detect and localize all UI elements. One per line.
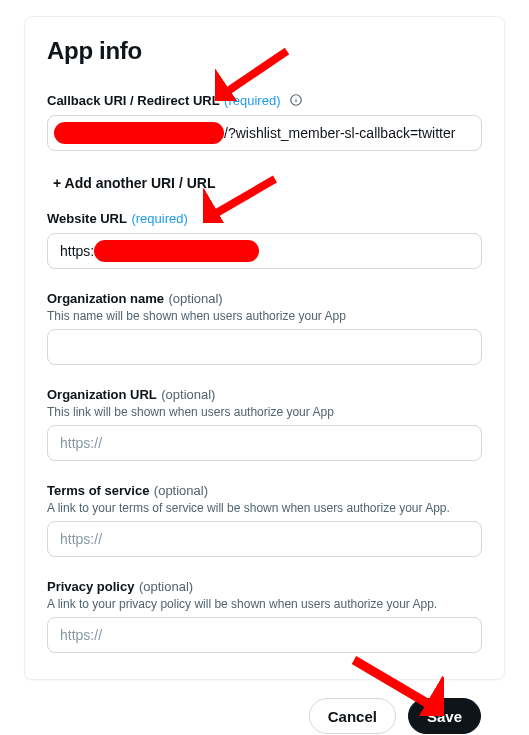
cancel-button[interactable]: Cancel bbox=[309, 698, 396, 734]
tos-input[interactable]: https:// bbox=[47, 521, 482, 557]
callback-required-tag: (required) bbox=[224, 93, 280, 108]
redacted-block bbox=[54, 122, 224, 144]
website-required-tag: (required) bbox=[131, 211, 187, 226]
callback-input[interactable]: /?wishlist_member-sl-callback=twitter bbox=[47, 115, 482, 151]
privacy-label: Privacy policy bbox=[47, 579, 134, 594]
field-org-name: Organization name (optional) This name w… bbox=[47, 289, 482, 365]
privacy-placeholder: https:// bbox=[60, 627, 102, 643]
privacy-input[interactable]: https:// bbox=[47, 617, 482, 653]
page-title: App info bbox=[47, 37, 482, 65]
website-label: Website URL bbox=[47, 211, 127, 226]
org-name-optional-tag: (optional) bbox=[168, 291, 222, 306]
field-org-url: Organization URL (optional) This link wi… bbox=[47, 385, 482, 461]
website-input[interactable]: https: bbox=[47, 233, 482, 269]
org-name-label: Organization name bbox=[47, 291, 164, 306]
org-url-optional-tag: (optional) bbox=[161, 387, 215, 402]
add-another-uri-button[interactable]: + Add another URI / URL bbox=[53, 175, 215, 191]
org-url-label: Organization URL bbox=[47, 387, 157, 402]
website-prefix: https: bbox=[60, 243, 94, 259]
field-callback: Callback URI / Redirect URL (required) /… bbox=[47, 91, 482, 151]
tos-optional-tag: (optional) bbox=[154, 483, 208, 498]
callback-label: Callback URI / Redirect URL bbox=[47, 93, 220, 108]
app-info-card: App info Callback URI / Redirect URL (re… bbox=[24, 16, 505, 680]
tos-label: Terms of service bbox=[47, 483, 149, 498]
org-url-input[interactable]: https:// bbox=[47, 425, 482, 461]
field-privacy: Privacy policy (optional) A link to your… bbox=[47, 577, 482, 653]
field-website: Website URL (required) https: bbox=[47, 209, 482, 269]
tos-placeholder: https:// bbox=[60, 531, 102, 547]
privacy-optional-tag: (optional) bbox=[139, 579, 193, 594]
org-url-placeholder: https:// bbox=[60, 435, 102, 451]
redacted-block bbox=[94, 240, 259, 262]
callback-trailing-text: /?wishlist_member-sl-callback=twitter bbox=[224, 125, 455, 141]
tos-hint: A link to your terms of service will be … bbox=[47, 501, 482, 515]
field-tos: Terms of service (optional) A link to yo… bbox=[47, 481, 482, 557]
org-name-hint: This name will be shown when users autho… bbox=[47, 309, 482, 323]
svg-point-2 bbox=[295, 97, 296, 98]
privacy-hint: A link to your privacy policy will be sh… bbox=[47, 597, 482, 611]
action-bar: Cancel Save bbox=[24, 680, 505, 734]
save-button[interactable]: Save bbox=[408, 698, 481, 734]
info-icon[interactable] bbox=[289, 93, 303, 107]
org-name-input[interactable] bbox=[47, 329, 482, 365]
org-url-hint: This link will be shown when users autho… bbox=[47, 405, 482, 419]
